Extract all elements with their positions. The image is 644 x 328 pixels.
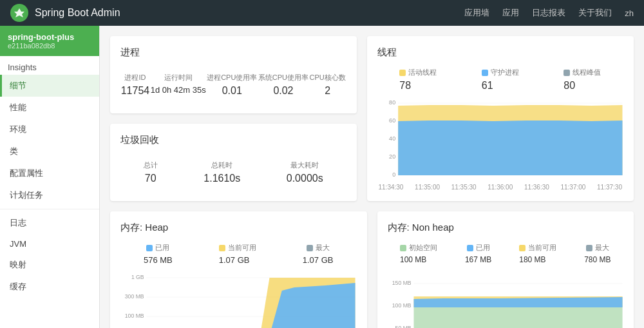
process-card: 进程 进程ID 11754 运行时间 1d 0h 42m 35s 进程CPU使用… <box>110 36 357 113</box>
gc-max-time: 最大耗时 0.0000s <box>287 160 323 184</box>
heap-used: 已用 576 MB <box>144 243 173 265</box>
nonheap-max: 最大 780 MB <box>584 243 611 264</box>
app-title: Spring Boot Admin <box>35 7 120 19</box>
svg-text:1 GB: 1 GB <box>131 274 144 280</box>
heap-title: 内存: Heap <box>120 222 357 234</box>
sidebar-item-env[interactable]: 环境 <box>0 119 99 140</box>
svg-text:0: 0 <box>392 171 395 178</box>
process-stats: 进程ID 11754 运行时间 1d 0h 42m 35s 进程CPU使用率 0… <box>120 68 346 102</box>
svg-text:150 MB: 150 MB <box>392 280 411 286</box>
nonheap-available: 当前可用 180 MB <box>519 243 556 264</box>
gc-title: 垃圾回收 <box>120 134 346 146</box>
nav-app[interactable]: 应用 <box>502 7 519 19</box>
header: Spring Boot Admin 应用墙 应用 日志报表 关于我们 zh <box>0 0 644 26</box>
nonheap-used: 已用 167 MB <box>465 243 491 264</box>
gc-count: 总计 70 <box>144 160 158 184</box>
app-logo <box>10 4 28 22</box>
heap-card: 内存: Heap 已用 576 MB 当前可用 <box>110 211 367 328</box>
thread-daemon: 守护进程 61 <box>482 68 519 92</box>
svg-text:40: 40 <box>389 135 395 142</box>
svg-marker-34 <box>413 297 622 307</box>
svg-marker-11 <box>398 121 622 175</box>
sidebar-app-info: spring-boot-plus e211ba082db8 <box>0 26 99 56</box>
svg-text:300 MB: 300 MB <box>125 293 144 300</box>
sidebar-insights-title: Insights <box>0 56 99 75</box>
svg-text:80: 80 <box>389 99 395 106</box>
gc-card: 垃圾回收 总计 70 总耗时 1.1610s 最大耗时 0.0000s <box>110 124 357 201</box>
process-title: 进程 <box>120 46 346 59</box>
sidebar-item-log[interactable]: 日志 <box>0 212 99 234</box>
svg-marker-23 <box>147 283 355 328</box>
svg-text:50 MB: 50 MB <box>395 325 411 328</box>
sidebar-item-config[interactable]: 配置属性 <box>0 162 99 184</box>
threads-time-axis: 11:34:30 11:35:00 11:35:30 11:36:00 11:3… <box>377 184 624 191</box>
svg-text:60: 60 <box>389 117 395 124</box>
svg-text:100 MB: 100 MB <box>125 313 144 319</box>
sidebar-app-name: spring-boot-plus <box>8 32 91 42</box>
main-content: 进程 进程ID 11754 运行时间 1d 0h 42m 35s 进程CPU使用… <box>100 26 644 328</box>
system-cpu: 系统CPU使用率 0.02 <box>258 73 308 97</box>
nav-log-report[interactable]: 日志报表 <box>532 7 565 19</box>
heap-chart: 1 GB 300 MB 100 MB 100 MB 0 <box>120 271 357 328</box>
nonheap-init: 初始空间 100 MB <box>400 243 437 264</box>
sidebar: spring-boot-plus e211ba082db8 Insights 细… <box>0 26 100 328</box>
sidebar-item-detail[interactable]: 细节 <box>0 75 99 97</box>
nav-app-wall[interactable]: 应用墙 <box>464 7 489 19</box>
header-nav: 应用墙 应用 日志报表 关于我们 zh <box>464 7 634 19</box>
nonheap-title: 内存: Non heap <box>388 222 624 234</box>
thread-active: 活动线程 78 <box>399 68 437 92</box>
nonheap-chart: 150 MB 100 MB 50 MB 0 B <box>388 271 624 328</box>
process-pid: 进程ID 11754 <box>121 73 150 97</box>
heap-max: 最大 1.07 GB <box>303 243 334 265</box>
sidebar-item-schedule[interactable]: 计划任务 <box>0 184 99 206</box>
sidebar-item-mapping[interactable]: 映射 <box>0 254 99 276</box>
svg-text:20: 20 <box>389 153 395 160</box>
heap-available: 当前可用 1.07 GB <box>219 243 256 265</box>
svg-marker-32 <box>413 307 622 328</box>
nav-lang[interactable]: zh <box>625 8 634 18</box>
sidebar-item-cache[interactable]: 缓存 <box>0 276 99 298</box>
process-uptime: 运行时间 1d 0h 42m 35s <box>151 73 206 97</box>
row-memory: 内存: Heap 已用 576 MB 当前可用 <box>110 211 634 328</box>
sidebar-item-class[interactable]: 类 <box>0 140 99 162</box>
main-layout: spring-boot-plus e211ba082db8 Insights 细… <box>0 26 644 328</box>
threads-chart: 80 60 40 20 0 <box>377 97 624 191</box>
sidebar-item-jvm[interactable]: JVM <box>0 234 99 254</box>
nav-about[interactable]: 关于我们 <box>578 7 612 19</box>
gc-total-time: 总耗时 1.1610s <box>204 160 240 184</box>
header-left: Spring Boot Admin <box>10 4 120 22</box>
threads-title: 线程 <box>377 46 624 59</box>
gc-stats: 总计 70 总耗时 1.1610s 最大耗时 0.0000s <box>120 155 346 189</box>
svg-text:100 MB: 100 MB <box>392 302 411 309</box>
nonheap-card: 内存: Non heap 初始空间 100 MB 已用 <box>377 211 634 328</box>
process-cpu: 进程CPU使用率 0.01 <box>207 73 257 97</box>
cpu-cores: CPU核心数 2 <box>310 73 346 97</box>
thread-peak: 线程峰值 80 <box>564 68 601 92</box>
threads-card: 线程 活动线程 78 守护进程 <box>367 36 634 201</box>
sidebar-app-id: e211ba082db8 <box>8 42 91 50</box>
row-process-threads: 进程 进程ID 11754 运行时间 1d 0h 42m 35s 进程CPU使用… <box>110 36 634 201</box>
sidebar-item-perf[interactable]: 性能 <box>0 97 99 119</box>
